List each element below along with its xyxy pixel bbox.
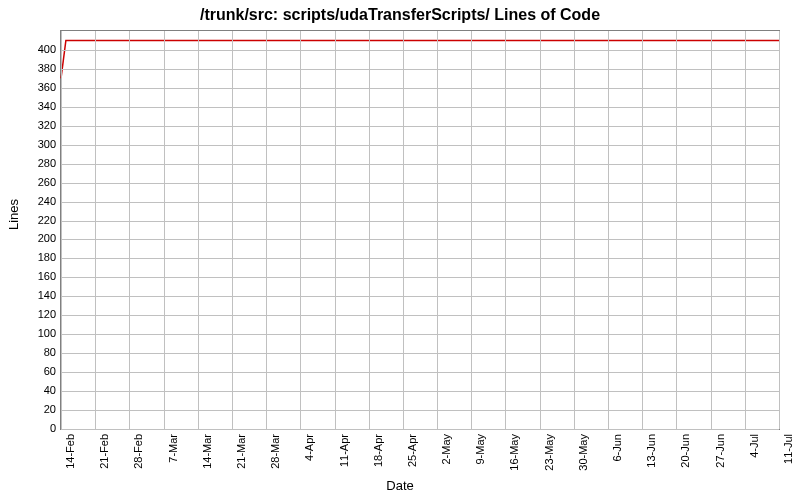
gridline-h: [61, 315, 779, 316]
x-tick-label: 20-Jun: [679, 434, 691, 468]
y-tick-label: 140: [16, 289, 56, 301]
y-tick-label: 160: [16, 270, 56, 282]
gridline-h: [61, 372, 779, 373]
series-line: [61, 40, 779, 78]
y-tick-label: 260: [16, 176, 56, 188]
x-tick-label: 11-Apr: [338, 434, 350, 467]
gridline-h: [61, 145, 779, 146]
y-tick-label: 280: [16, 157, 56, 169]
gridline-h: [61, 202, 779, 203]
y-tick-label: 20: [16, 403, 56, 415]
gridline-h: [61, 296, 779, 297]
gridline-v: [779, 31, 780, 429]
gridline-v: [471, 31, 472, 429]
gridline-h: [61, 391, 779, 392]
x-tick-label: 11-Jul: [782, 434, 794, 464]
gridline-v: [574, 31, 575, 429]
gridline-v: [164, 31, 165, 429]
x-tick-label: 25-Apr: [406, 434, 418, 467]
x-tick-label: 21-Feb: [98, 434, 110, 469]
x-tick-label: 23-May: [543, 434, 555, 471]
gridline-v: [335, 31, 336, 429]
y-tick-label: 400: [16, 43, 56, 55]
y-tick-label: 40: [16, 384, 56, 396]
gridline-h: [61, 183, 779, 184]
gridline-v: [540, 31, 541, 429]
gridline-v: [745, 31, 746, 429]
x-tick-label: 28-Feb: [132, 434, 144, 469]
y-tick-label: 180: [16, 251, 56, 263]
y-tick-label: 0: [16, 422, 56, 434]
x-tick-label: 16-May: [508, 434, 520, 471]
gridline-v: [711, 31, 712, 429]
x-tick-label: 2-May: [440, 434, 452, 465]
y-tick-label: 200: [16, 232, 56, 244]
gridline-h: [61, 410, 779, 411]
y-tick-label: 360: [16, 81, 56, 93]
x-tick-label: 14-Feb: [64, 434, 76, 469]
y-tick-label: 100: [16, 327, 56, 339]
y-tick-label: 300: [16, 138, 56, 150]
gridline-h: [61, 429, 779, 430]
line-layer: [61, 31, 779, 429]
gridline-v: [369, 31, 370, 429]
gridline-v: [437, 31, 438, 429]
gridline-v: [232, 31, 233, 429]
plot-area: [60, 30, 780, 430]
y-tick-label: 380: [16, 62, 56, 74]
gridline-v: [266, 31, 267, 429]
gridline-v: [300, 31, 301, 429]
y-tick-label: 240: [16, 195, 56, 207]
gridline-h: [61, 126, 779, 127]
y-tick-label: 320: [16, 119, 56, 131]
gridline-h: [61, 258, 779, 259]
x-tick-label: 30-May: [577, 434, 589, 471]
x-tick-label: 4-Jul: [748, 434, 760, 458]
x-tick-label: 28-Mar: [269, 434, 281, 469]
gridline-v: [95, 31, 96, 429]
gridline-v: [198, 31, 199, 429]
gridline-v: [676, 31, 677, 429]
gridline-v: [642, 31, 643, 429]
gridline-h: [61, 221, 779, 222]
gridline-v: [403, 31, 404, 429]
gridline-h: [61, 50, 779, 51]
x-tick-label: 4-Apr: [303, 434, 315, 461]
gridline-v: [505, 31, 506, 429]
x-tick-label: 6-Jun: [611, 434, 623, 462]
y-tick-label: 220: [16, 214, 56, 226]
chart-title: /trunk/src: scripts/udaTransferScripts/ …: [0, 6, 800, 24]
y-tick-label: 80: [16, 346, 56, 358]
y-tick-label: 340: [16, 100, 56, 112]
x-axis-label: Date: [0, 478, 800, 493]
gridline-h: [61, 334, 779, 335]
x-tick-label: 9-May: [474, 434, 486, 465]
gridline-h: [61, 277, 779, 278]
x-tick-label: 18-Apr: [372, 434, 384, 467]
x-tick-label: 14-Mar: [201, 434, 213, 469]
gridline-h: [61, 88, 779, 89]
gridline-h: [61, 353, 779, 354]
gridline-h: [61, 69, 779, 70]
x-tick-label: 21-Mar: [235, 434, 247, 469]
y-tick-label: 120: [16, 308, 56, 320]
gridline-h: [61, 107, 779, 108]
y-tick-label: 60: [16, 365, 56, 377]
x-tick-label: 7-Mar: [167, 434, 179, 463]
gridline-v: [61, 31, 62, 429]
gridline-h: [61, 164, 779, 165]
x-tick-label: 27-Jun: [714, 434, 726, 468]
gridline-v: [129, 31, 130, 429]
loc-line-chart: /trunk/src: scripts/udaTransferScripts/ …: [0, 0, 800, 500]
gridline-h: [61, 239, 779, 240]
gridline-v: [608, 31, 609, 429]
x-tick-label: 13-Jun: [645, 434, 657, 468]
